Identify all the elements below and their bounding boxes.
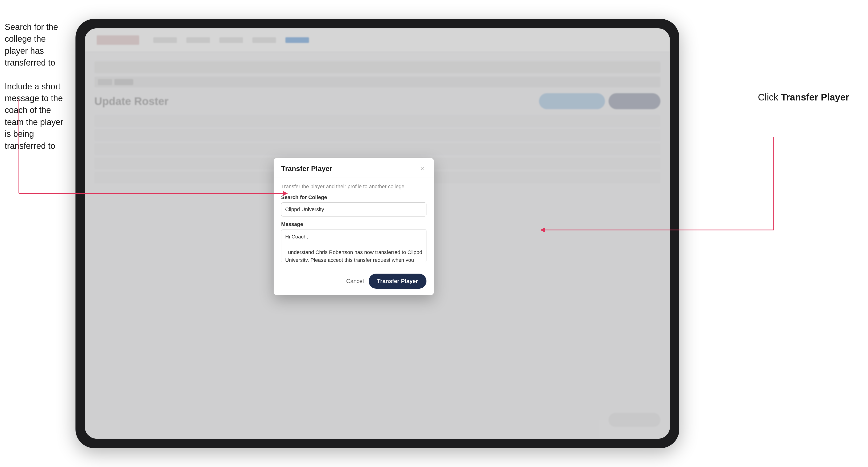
annotation-right: Click Transfer Player [758, 92, 849, 102]
modal-header: Transfer Player × [274, 158, 434, 178]
search-college-label: Search for College [281, 194, 427, 200]
cancel-button[interactable]: Cancel [346, 278, 364, 284]
transfer-player-modal: Transfer Player × Transfer the player an… [274, 158, 434, 295]
message-textarea[interactable]: Hi Coach, I understand Chris Robertson h… [281, 229, 427, 262]
modal-footer: Cancel Transfer Player [274, 269, 434, 295]
modal-title: Transfer Player [281, 165, 332, 173]
tablet-screen: Update Roster [85, 28, 670, 439]
transfer-player-button[interactable]: Transfer Player [369, 274, 427, 289]
search-college-input[interactable] [281, 203, 427, 217]
modal-body: Transfer the player and their profile to… [274, 178, 434, 269]
annotation-transfer-bold: Transfer Player [781, 92, 849, 102]
annotation-search-text: Search for the college the player has tr… [5, 21, 71, 69]
modal-subtitle: Transfer the player and their profile to… [281, 184, 427, 190]
tablet-frame: Update Roster [75, 19, 679, 448]
annotation-message-text: Include a short message to the coach of … [5, 81, 71, 152]
annotation-left: Search for the college the player has tr… [5, 21, 71, 152]
message-label: Message [281, 221, 427, 227]
modal-overlay: Transfer Player × Transfer the player an… [85, 28, 670, 439]
modal-close-button[interactable]: × [418, 164, 427, 173]
